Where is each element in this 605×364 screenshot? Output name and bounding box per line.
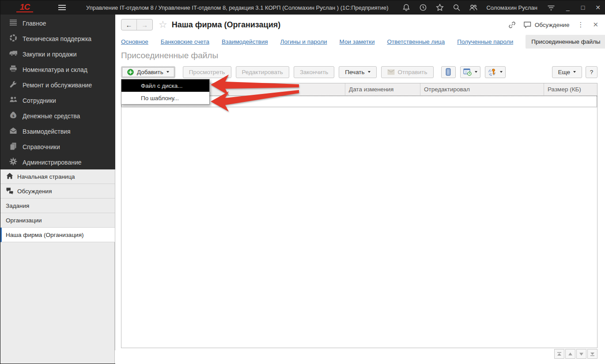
- sidebar-item-vzaimodeystviya[interactable]: Взаимодействия: [0, 124, 115, 139]
- menu-lines-icon: [9, 18, 18, 28]
- sidebar-item-obsuzhdeniya[interactable]: Обсуждения: [0, 184, 115, 199]
- tab-moi-zametki[interactable]: Мои заметки: [340, 38, 375, 45]
- envelope-icon: [387, 69, 395, 75]
- current-user-name[interactable]: Соломахин Руслан: [486, 4, 537, 11]
- sidebar-item-label: Номенклатура и склад: [23, 66, 87, 73]
- discussion-label: Обсуждение: [535, 22, 570, 28]
- close-window-button[interactable]: ✕: [590, 1, 605, 14]
- printer-icon: [9, 64, 18, 75]
- forward-button[interactable]: →: [137, 19, 152, 30]
- minimize-button[interactable]: _: [560, 1, 575, 14]
- add-dropdown-menu: Файл с диска... По шаблону...: [121, 79, 210, 105]
- form-tabs: Основное Банковские счета Взаимодействия…: [121, 35, 601, 49]
- sidebar-item-label: Справочники: [23, 143, 60, 150]
- back-button[interactable]: ←: [121, 19, 137, 30]
- discussion-button[interactable]: Обсуждение: [523, 21, 570, 29]
- sidebar-item-label: Организации: [6, 217, 42, 224]
- menu-item-from-template[interactable]: По шаблону...: [121, 92, 209, 104]
- sidebar-item-sotrudniki[interactable]: Сотрудники: [0, 93, 115, 108]
- table-scroll-nav: [554, 349, 597, 359]
- chevron-down-icon: [573, 71, 576, 73]
- tab-otvetstvennye-lica[interactable]: Ответственные лица: [387, 38, 445, 45]
- favorite-star-icon[interactable]: ☆: [159, 20, 167, 30]
- digital-signature-button[interactable]: [485, 66, 506, 78]
- scroll-first-icon[interactable]: [554, 349, 564, 359]
- sidebar-empty-area: [0, 242, 115, 364]
- sidebar-sections: Главное Техническая поддержка Закупки и …: [0, 15, 115, 169]
- chevron-down-icon: [166, 71, 169, 73]
- sidebar-item-nasha-firma[interactable]: Наша фирма (Организация): [0, 228, 115, 242]
- print-button[interactable]: Печать: [339, 66, 376, 78]
- favorites-star-icon[interactable]: [434, 2, 446, 13]
- view-button[interactable]: Просмотреть: [183, 66, 231, 78]
- tab-loginy-i-paroli[interactable]: Логины и пароли: [280, 38, 327, 45]
- search-icon[interactable]: [451, 2, 462, 13]
- home-icon: [6, 172, 14, 181]
- sidebar-item-nachalnaya-stranica[interactable]: Начальная страница: [0, 169, 115, 184]
- sidebar-item-zadaniya[interactable]: Задания: [0, 199, 115, 213]
- sidebar-item-tech-podderzhka[interactable]: Техническая поддержка: [0, 31, 115, 46]
- menu-item-file-from-disk[interactable]: Файл с диска...: [121, 79, 209, 92]
- sidebar-item-label: Администрирование: [23, 159, 82, 166]
- scroll-last-icon[interactable]: [587, 349, 597, 359]
- sidebar-item-label: Ремонт и обслуживание: [23, 82, 92, 89]
- edit-button[interactable]: Редактировать: [236, 66, 289, 78]
- money-bag-icon: $: [9, 111, 18, 121]
- tab-bankovskie-scheta[interactable]: Банковские счета: [161, 38, 209, 45]
- file-versions-button[interactable]: [441, 66, 456, 78]
- titlebar: 1С Управление IT-отделом 8 / Управление …: [0, 0, 605, 15]
- column-header-size-kb[interactable]: Размер (КБ): [544, 83, 597, 95]
- column-header-date-modified[interactable]: Дата изменения: [345, 83, 420, 95]
- more-actions-icon[interactable]: ⋮: [576, 21, 585, 29]
- sidebar-item-remont[interactable]: Ремонт и обслуживание: [0, 77, 115, 93]
- scroll-up-icon[interactable]: [565, 349, 575, 359]
- sidebar-item-label: Денежные средства: [23, 113, 80, 120]
- send-button[interactable]: Отправить: [381, 66, 434, 78]
- sidebar-item-glavnoe[interactable]: Главное: [0, 15, 115, 31]
- tab-osnovnoe[interactable]: Основное: [121, 38, 148, 45]
- history-nav-group: ← →: [121, 19, 153, 30]
- notifications-bell-icon[interactable]: [401, 2, 412, 13]
- main-menu-icon[interactable]: [56, 2, 68, 13]
- tab-vzaimodeystviya[interactable]: Взаимодействия: [222, 38, 268, 45]
- sidebar-item-label: Наша фирма (Организация): [6, 232, 83, 238]
- chevron-down-icon: [368, 71, 371, 73]
- sidebar-item-administrirovanie[interactable]: Администрирование: [0, 154, 115, 170]
- chat-icon: [6, 187, 14, 196]
- files-toolbar: Добавить Просмотреть Редактировать Закон…: [121, 66, 597, 78]
- attached-files-table: Дата изменения Отредактировал Размер (КБ…: [121, 83, 597, 348]
- pages-icon: [9, 142, 18, 152]
- column-header-edited-by[interactable]: Отредактировал: [420, 83, 544, 95]
- sidebar-item-label: Закупки и продажи: [23, 51, 77, 58]
- sidebar-item-zakupki[interactable]: Закупки и продажи: [0, 46, 115, 62]
- scroll-down-icon[interactable]: [576, 349, 586, 359]
- chevron-down-icon: [475, 71, 477, 73]
- gear-icon: [9, 157, 18, 167]
- copy-link-icon[interactable]: [508, 21, 516, 29]
- finish-button[interactable]: Закончить: [294, 66, 334, 78]
- help-button[interactable]: ?: [586, 66, 597, 78]
- toolbar-more-button[interactable]: Еще: [552, 66, 582, 78]
- sidebar-item-label: Взаимодействия: [23, 128, 71, 135]
- sidebar-item-nomenklatura[interactable]: Номенклатура и склад: [0, 62, 115, 77]
- users-icon[interactable]: [468, 2, 479, 13]
- wrench-icon: [9, 80, 18, 90]
- service-menu-icon[interactable]: [545, 2, 557, 13]
- versions-stack-icon: [445, 68, 451, 76]
- sidebar-item-spravochniki[interactable]: Справочники: [0, 139, 115, 154]
- tab-poluchennye-paroli[interactable]: Полученные пароли: [457, 38, 513, 45]
- maximize-button[interactable]: □: [575, 1, 590, 14]
- tab-prisoedinennye-fayly[interactable]: Присоединенные файлы: [526, 35, 605, 49]
- sidebar-item-denezhnye[interactable]: $ Денежные средства: [0, 108, 115, 124]
- people-icon: [9, 95, 18, 105]
- add-button[interactable]: Добавить: [121, 66, 175, 78]
- page-title: Наша фирма (Организация): [172, 20, 280, 30]
- discussion-bubble-icon: [523, 21, 532, 29]
- history-icon[interactable]: [417, 2, 429, 13]
- deadline-settings-button[interactable]: [460, 66, 480, 78]
- plus-icon: [127, 69, 134, 75]
- sidebar-item-label: Обсуждения: [17, 188, 52, 195]
- window-title: Управление IT-отделом 8 / Управление IT-…: [86, 4, 401, 11]
- close-form-icon[interactable]: ✕: [592, 21, 599, 29]
- sidebar-item-organizacii[interactable]: Организации: [0, 213, 115, 228]
